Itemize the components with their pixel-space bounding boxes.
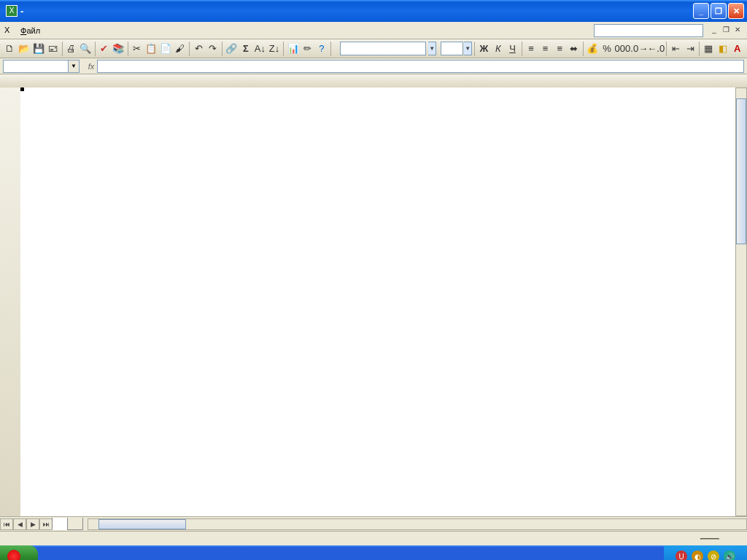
horizontal-scrollbar[interactable]	[88, 518, 747, 530]
sheet-tab-bar: ⏮ ◀ ▶ ⏭	[0, 516, 747, 531]
borders-button[interactable]: ▦	[702, 41, 716, 57]
tray-icon[interactable]: U	[676, 551, 687, 560]
maximize-button[interactable]: ❐	[711, 3, 727, 19]
tab-nav-prev[interactable]: ◀	[13, 518, 26, 530]
research-button[interactable]: 📚	[112, 41, 125, 57]
underline-button[interactable]: Ч	[506, 41, 519, 57]
minimize-button[interactable]: _	[693, 3, 709, 19]
italic-button[interactable]: К	[492, 41, 506, 57]
menu-file[interactable]: Файл	[16, 25, 44, 36]
dec-decimal-button[interactable]: ←.0	[648, 41, 664, 57]
tab-nav-next[interactable]: ▶	[26, 518, 39, 530]
taskbar: U ◐ ⊘ 🔊	[0, 545, 747, 560]
preview-button[interactable]: 🔍	[79, 41, 93, 57]
cut-button[interactable]: ✂	[130, 41, 144, 57]
sort-asc-button[interactable]: A↓	[253, 41, 267, 57]
tray-icon[interactable]: ◐	[692, 551, 703, 560]
menu-edit[interactable]	[46, 29, 55, 32]
start-icon	[7, 550, 20, 560]
menu-insert[interactable]	[66, 29, 75, 32]
redo-button[interactable]: ↷	[206, 41, 220, 57]
currency-button[interactable]: 💰	[586, 41, 600, 57]
system-tray[interactable]: U ◐ ⊘ 🔊	[664, 545, 747, 560]
dec-indent-button[interactable]: ⇤	[669, 41, 683, 57]
help-button[interactable]: ?	[314, 41, 328, 57]
fx-icon[interactable]: fx	[85, 62, 97, 71]
formula-bar-row: ▼ fx	[0, 58, 747, 74]
merge-button[interactable]: ⬌	[568, 41, 581, 57]
font-name-dropdown[interactable]: ▼	[428, 42, 436, 55]
print-button[interactable]: 🖨	[64, 41, 78, 57]
menu-view[interactable]	[56, 29, 65, 32]
menu-window[interactable]	[107, 29, 116, 32]
font-color-button[interactable]: A	[730, 41, 744, 57]
name-box-dropdown[interactable]: ▼	[69, 60, 80, 73]
comma-button[interactable]: 000	[614, 41, 630, 57]
help-question-input[interactable]	[594, 24, 703, 37]
window-titlebar: X - _ ❐ ✕	[0, 0, 747, 22]
menu-format[interactable]	[77, 29, 85, 32]
excel-icon: X	[6, 5, 18, 17]
menu-help[interactable]	[117, 29, 126, 32]
fill-color-button[interactable]: ◧	[716, 41, 730, 57]
align-right-button[interactable]: ≡	[553, 41, 567, 57]
copy-button[interactable]: 📋	[144, 41, 158, 57]
window-title: -	[20, 6, 693, 17]
doc-close-button[interactable]: ✕	[732, 26, 743, 36]
chart-button[interactable]: 📊	[286, 41, 300, 57]
doc-minimize-button[interactable]: _	[709, 26, 719, 36]
bold-button[interactable]: Ж	[477, 41, 491, 57]
inc-decimal-button[interactable]: .0→	[631, 41, 647, 57]
inc-indent-button[interactable]: ⇥	[684, 41, 697, 57]
format-painter-button[interactable]: 🖌	[173, 41, 187, 57]
tray-icon[interactable]: ⊘	[708, 551, 719, 560]
align-center-button[interactable]: ≡	[538, 41, 552, 57]
start-button[interactable]	[0, 545, 38, 560]
new-button[interactable]: 🗋	[3, 41, 17, 57]
percent-button[interactable]: %	[600, 41, 614, 57]
vertical-scrollbar[interactable]	[735, 88, 747, 516]
sort-desc-button[interactable]: Z↓	[268, 41, 282, 57]
hyperlink-button[interactable]: 🔗	[225, 41, 239, 57]
formula-bar[interactable]	[97, 60, 744, 73]
font-name-combo[interactable]	[340, 42, 426, 55]
menu-tools[interactable]	[87, 29, 96, 32]
menu-data[interactable]	[97, 29, 106, 32]
sheet-tab-active[interactable]	[52, 518, 68, 530]
spell-button[interactable]: ✔	[97, 41, 111, 57]
undo-button[interactable]: ↶	[192, 41, 206, 57]
menu-bar: X Файл _ ❐ ✕	[0, 22, 747, 39]
open-button[interactable]: 📂	[18, 41, 31, 57]
tab-nav-first[interactable]: ⏮	[0, 518, 13, 530]
autosum-button[interactable]: Σ	[239, 41, 253, 57]
tab-nav-last[interactable]: ⏭	[39, 518, 53, 530]
doc-icon: X	[4, 26, 15, 36]
save-button[interactable]: 💾	[31, 41, 45, 57]
doc-restore-button[interactable]: ❐	[721, 26, 731, 36]
status-bar	[0, 531, 747, 545]
toolbar: 🗋 📂 💾 🖃 🖨 🔍 ✔ 📚 ✂ 📋 📄 🖌 ↶ ↷ 🔗 Σ A↓ Z↓ 📊 …	[0, 39, 747, 58]
permission-button[interactable]: 🖃	[46, 41, 60, 57]
close-button[interactable]: ✕	[728, 3, 744, 19]
font-size-combo[interactable]	[441, 42, 464, 55]
name-box[interactable]	[3, 60, 69, 73]
sheet-tab[interactable]	[67, 518, 83, 530]
align-left-button[interactable]: ≡	[525, 41, 538, 57]
volume-icon[interactable]: 🔊	[724, 551, 735, 560]
paste-button[interactable]: 📄	[159, 41, 173, 57]
drawing-button[interactable]: ✏	[301, 41, 314, 57]
status-num	[700, 538, 719, 540]
font-size-dropdown[interactable]: ▼	[464, 42, 472, 55]
spreadsheet-grid[interactable]	[0, 74, 747, 516]
